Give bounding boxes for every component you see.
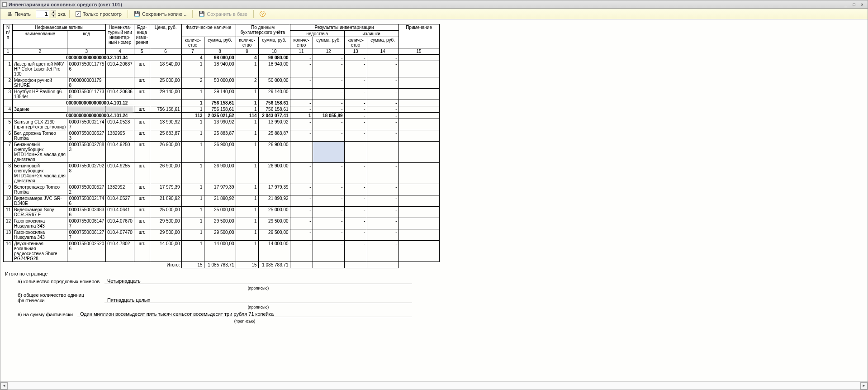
cell[interactable]: 4 (4, 106, 13, 113)
cell[interactable]: 13 (4, 229, 13, 241)
cell[interactable]: 010.4.9255 (106, 163, 134, 184)
cell[interactable]: 00007550002174 6 (67, 195, 106, 207)
cell[interactable]: 1 (181, 89, 204, 100)
cell[interactable] (344, 229, 367, 241)
table-row[interactable]: 13Газонокосилка Husqvarna 34300007550006… (4, 229, 440, 241)
cell[interactable]: 4 (236, 55, 258, 61)
cell[interactable]: 18 055,89 (313, 113, 344, 119)
cell[interactable]: шт. (134, 195, 150, 207)
cell[interactable]: 50 000,00 (258, 77, 290, 89)
cell[interactable]: 010.4.9250 (106, 142, 134, 163)
cell[interactable]: 50 000,00 (204, 77, 236, 89)
cell[interactable]: 00007550011773 8 (67, 89, 106, 100)
cell[interactable]: 14 000,00 (150, 241, 181, 262)
cell[interactable] (367, 55, 398, 61)
cell[interactable]: 010.4.7802 (106, 241, 134, 262)
cell[interactable]: шт. (134, 130, 150, 142)
cell[interactable] (398, 100, 439, 106)
cell[interactable] (367, 184, 398, 195)
cell[interactable]: 25 000,00 (150, 77, 181, 89)
table-row[interactable]: 3Ноутбук HP Pavilion g6-1354er0000755001… (4, 89, 440, 100)
cell[interactable] (313, 89, 344, 100)
cell[interactable]: 14 000,00 (204, 241, 236, 262)
cell[interactable]: 1 (181, 61, 204, 77)
cell[interactable]: 1 (236, 184, 258, 195)
cell[interactable] (398, 207, 439, 218)
cell[interactable]: 13 990,92 (258, 119, 290, 130)
cell[interactable]: 25 883,87 (150, 130, 181, 142)
cell[interactable] (313, 229, 344, 241)
cell[interactable]: 17 979,39 (150, 184, 181, 195)
cell[interactable] (290, 142, 313, 163)
cell[interactable] (313, 262, 344, 268)
cell[interactable]: 29 500,00 (258, 229, 290, 241)
cell[interactable] (344, 55, 367, 61)
cell[interactable] (398, 218, 439, 229)
cell[interactable]: 1 (181, 229, 204, 241)
cell[interactable]: 1 085 783,71 (258, 262, 290, 268)
cell[interactable] (290, 130, 313, 142)
cell[interactable] (290, 77, 313, 89)
cell[interactable]: 29 500,00 (258, 218, 290, 229)
cell[interactable] (367, 113, 398, 119)
cell[interactable] (313, 119, 344, 130)
cell[interactable]: 010.4.07670 (106, 218, 134, 229)
cell[interactable]: 1 (290, 113, 313, 119)
cell[interactable]: Видеокамера Sony DCR-SR67 E (13, 207, 67, 218)
cell[interactable] (290, 229, 313, 241)
cell[interactable]: 1 (181, 195, 204, 207)
cell[interactable]: 26 900,00 (204, 163, 236, 184)
cell[interactable] (344, 119, 367, 130)
cell[interactable]: 29 140,00 (204, 89, 236, 100)
cell[interactable]: 756 158,61 (258, 100, 290, 106)
cell[interactable]: Бензиновый снегоуборщик MTD14ом+2л.масла… (13, 142, 67, 163)
cell[interactable]: шт. (134, 77, 150, 89)
table-row[interactable]: 6Бег. дорожка Torneo Rumba00007550000527… (4, 130, 440, 142)
cell[interactable] (398, 184, 439, 195)
table-body[interactable]: 00000000000000000.2.101.34498 080,00498 … (4, 55, 440, 268)
cell[interactable] (398, 142, 439, 163)
cell[interactable] (313, 77, 344, 89)
cell[interactable]: шт. (134, 241, 150, 262)
document-area[interactable]: N п/п Нефинансовые активы Номенкла- турн… (0, 19, 868, 381)
cell[interactable] (367, 241, 398, 262)
cell[interactable] (344, 106, 367, 113)
cell[interactable]: 6 (4, 130, 13, 142)
help-button[interactable]: ? (256, 10, 269, 18)
cell[interactable] (313, 142, 344, 163)
cell[interactable]: 114 (236, 113, 258, 119)
table-row[interactable]: 7Бензиновый снегоуборщик MTD14ом+2л.масл… (4, 142, 440, 163)
cell[interactable]: 00000000000000000.2.101.34 (13, 55, 182, 61)
print-button[interactable]: 🖶 Печать (3, 10, 34, 18)
cell[interactable]: 1 (181, 184, 204, 195)
cell[interactable]: 18 940,00 (258, 61, 290, 77)
cell[interactable]: 010.4.0641 (106, 207, 134, 218)
cell[interactable]: 756 158,61 (204, 106, 236, 113)
cell[interactable] (290, 106, 313, 113)
cell[interactable] (367, 218, 398, 229)
inventory-table[interactable]: N п/п Нефинансовые активы Номенкла- турн… (3, 24, 440, 268)
cell[interactable]: 4 (181, 55, 204, 61)
cell[interactable]: 10 (4, 195, 13, 207)
cell[interactable] (398, 106, 439, 113)
cell[interactable]: 13 990,92 (204, 119, 236, 130)
cell[interactable] (313, 218, 344, 229)
cell[interactable]: 26 900,00 (258, 163, 290, 184)
cell[interactable]: 1 (236, 195, 258, 207)
horizontal-scrollbar[interactable]: ◄ ► (0, 381, 868, 390)
cell[interactable] (290, 119, 313, 130)
cell[interactable]: 29 500,00 (204, 218, 236, 229)
cell[interactable] (367, 207, 398, 218)
cell[interactable] (367, 61, 398, 77)
cell[interactable] (67, 106, 106, 113)
cell[interactable]: 1 (236, 119, 258, 130)
cell[interactable] (367, 195, 398, 207)
cell[interactable]: 8 (4, 163, 13, 184)
cell[interactable]: 15 (236, 262, 258, 268)
table-row[interactable]: 11Видеокамера Sony DCR-SR67 E00007550003… (4, 207, 440, 218)
cell[interactable]: 1 (181, 119, 204, 130)
cell[interactable] (290, 89, 313, 100)
cell[interactable]: 1 (4, 61, 13, 77)
cell[interactable]: Итого: (4, 262, 182, 268)
copies-stepper[interactable]: ▲▼ (51, 10, 56, 18)
